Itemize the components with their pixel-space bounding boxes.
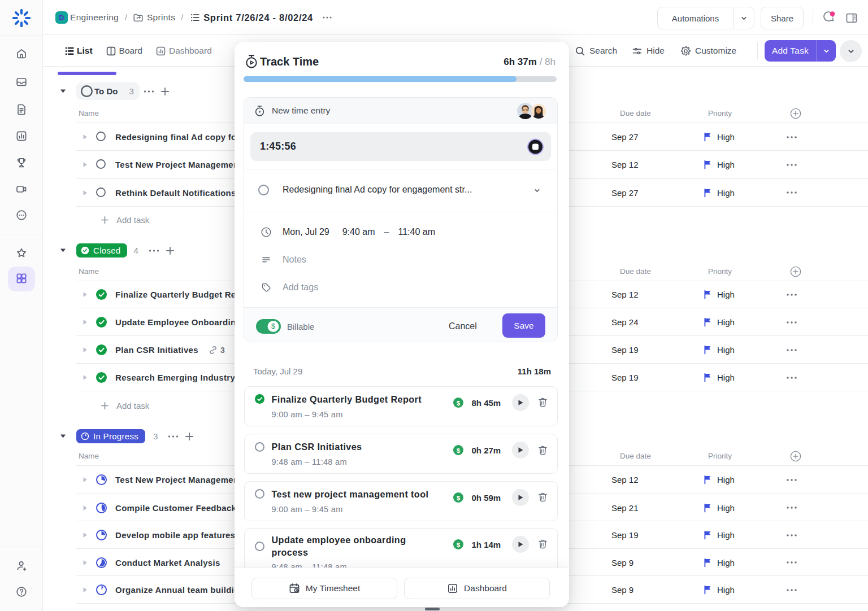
svg-text:$: $: [456, 494, 459, 501]
svg-text:$: $: [456, 447, 459, 454]
svg-text:$: $: [271, 322, 275, 330]
svg-text:$: $: [456, 541, 459, 548]
svg-text:$: $: [456, 399, 459, 406]
